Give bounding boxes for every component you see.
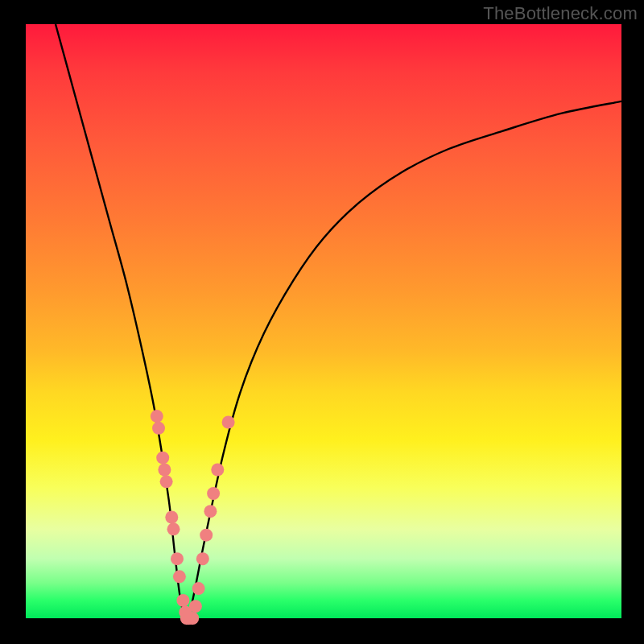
data-marker (152, 422, 165, 435)
data-marker (186, 612, 199, 625)
data-marker (189, 600, 202, 613)
data-marker (173, 570, 186, 583)
chart-frame: TheBottleneck.com (0, 0, 644, 644)
bottleneck-curve (56, 24, 621, 618)
data-marker (176, 594, 189, 607)
data-marker (207, 487, 220, 500)
data-marker (167, 522, 180, 535)
data-marker (200, 529, 213, 542)
watermark-text: TheBottleneck.com (483, 3, 638, 24)
data-marker (192, 582, 205, 595)
data-marker (158, 464, 171, 477)
data-marker (222, 416, 235, 429)
plot-area (26, 24, 621, 618)
data-marker (160, 475, 173, 488)
data-marker (204, 505, 217, 518)
marker-group (151, 410, 235, 625)
data-marker (165, 511, 178, 524)
data-marker (151, 410, 163, 423)
data-marker (196, 552, 209, 565)
curve-layer (26, 24, 621, 618)
data-marker (211, 464, 224, 477)
data-marker (171, 552, 184, 565)
data-marker (156, 452, 169, 464)
